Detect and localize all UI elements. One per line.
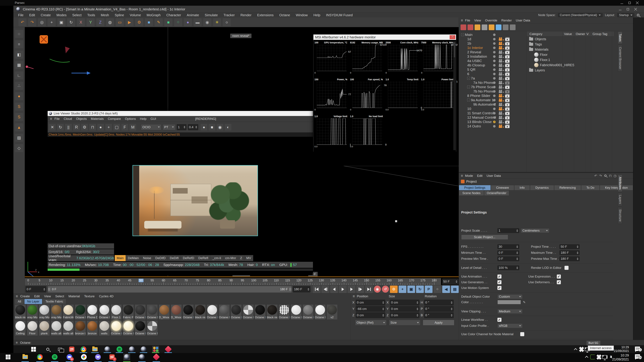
scale-icon[interactable]: ▣ [57,18,66,26]
z-axis-icon[interactable]: Z [96,18,104,26]
take-state-dot[interactable] [493,46,496,49]
material-menu-select[interactable]: Select [55,295,64,298]
take-row[interactable]: 12 Manual Control [459,115,526,120]
film-toggle-button[interactable]: ▤ [451,286,459,293]
take-clapboard-icon[interactable] [505,50,510,54]
cinema4d-icon[interactable] [128,346,135,353]
expand-icon[interactable]: – [467,99,470,101]
new-take-icon[interactable] [460,24,466,30]
kernel-settings-icon[interactable]: ⚙ [81,124,88,131]
frame-number[interactable]: 95 [241,279,244,282]
menu-mograph[interactable]: MoGraph [146,13,160,17]
coord-input[interactable]: -66 cm [356,306,385,312]
category-row[interactable]: Tags [527,42,614,47]
layer-tab-textile-fabric[interactable]: Textile Fabric [43,299,66,304]
field-spinner[interactable]: 30 [498,244,519,249]
material-item[interactable]: vray Mo [27,304,38,320]
frame-number[interactable]: 5 [38,279,40,282]
plane-preview-icon[interactable]: ■ [209,124,215,131]
material-menu-burger-icon[interactable]: ≡ [16,294,18,299]
take-state-dot[interactable] [493,112,496,114]
category-row[interactable]: Materials [527,47,614,52]
spotify-icon[interactable] [116,346,123,353]
menu-create[interactable]: Create [41,13,51,17]
take-row[interactable]: 1c Interior [459,45,526,50]
material-item[interactable]: Octane N [291,304,302,320]
take-camera-icon[interactable] [499,46,504,49]
msi-close-button[interactable] [450,35,455,39]
node-space-select[interactable]: Current (Standard/Physical) [558,13,602,17]
coord-input[interactable]: 0 cm [390,300,420,305]
take-clapboard-icon[interactable] [505,72,510,76]
frame-number[interactable]: 115 [285,279,290,282]
field-spinner[interactable]: 50 F [560,244,580,249]
goto-start-button[interactable] [313,286,320,293]
menu-animate[interactable]: Animate [187,13,199,17]
material-item[interactable]: D_Wood [159,304,170,320]
take-row[interactable]: 5 QR [459,67,526,72]
render-pass-tab[interactable]: Noise [141,255,154,261]
material-item[interactable]: Octane N [243,304,254,320]
expand-icon[interactable]: – [461,33,464,36]
render-animation-icon[interactable]: ▶ [126,18,134,26]
red-cube-app-icon[interactable] [153,354,160,360]
menu-simulate[interactable]: Simulate [205,13,218,17]
take-row[interactable]: 7a No Phone [459,80,526,85]
category-column-header[interactable]: Owner [576,32,585,36]
coord-input[interactable]: 0 cm [390,312,420,318]
take-clapboard-icon[interactable] [505,111,510,115]
frame-number[interactable]: 100 [251,279,256,282]
render-canvas[interactable] [48,137,313,243]
coord-input[interactable]: 0 ° [424,300,454,305]
frame-number[interactable]: 175 [420,279,426,282]
take-row[interactable]: –7b Phone Scan [459,85,526,89]
material-item[interactable]: v2 [326,304,338,320]
take-state-dot[interactable] [493,51,496,53]
auto-take-icon[interactable] [474,24,480,30]
take-state-dot[interactable] [493,99,496,101]
sound-toggle-button[interactable]: ◀ [442,286,450,293]
google-app-icon[interactable] [80,354,87,360]
material-item[interactable]: Octane N [278,304,290,320]
interface-search-icon[interactable] [637,14,639,16]
frame-number[interactable]: 60 [162,279,165,282]
menu-window[interactable]: Window [296,13,308,17]
take-camera-icon[interactable] [499,68,504,71]
material-item[interactable]: Ceiling [15,321,26,336]
gamma-spinner[interactable]: 0.4 [188,124,198,130]
field-spinner[interactable]: 180 F [560,250,580,255]
field-checkbox[interactable]: ✓ [557,275,561,279]
menu-render[interactable]: Render [240,13,252,17]
frame-number[interactable]: 120 [296,279,301,282]
take-state-dot[interactable] [493,86,496,88]
side-tab-layers[interactable]: Layers [618,193,622,206]
take-state-dot[interactable] [493,60,496,62]
material-item[interactable]: Octane N [206,304,218,320]
notification-center-icon[interactable]: 26 [635,354,640,359]
menu-burger-icon[interactable]: ≡ [50,117,52,121]
take-menu-view[interactable]: View [474,18,481,22]
category-column-header[interactable]: Value [564,32,572,36]
take-row[interactable]: 4b Closeup [459,63,526,67]
frame-number[interactable]: 70 [184,279,188,282]
take-menu-render[interactable]: Render [501,18,512,22]
material-item[interactable]: vray Mo [51,304,62,320]
samples-spinner[interactable]: 1 [177,124,186,130]
material-item[interactable]: Octane N [147,321,158,336]
take-clapboard-icon[interactable] [505,98,510,102]
material-item[interactable]: Phone D [87,304,98,320]
take-menu-user-data[interactable]: User Data [516,18,530,22]
cinema4d-icon[interactable] [140,346,147,353]
grid-icon[interactable]: ⌗ [15,40,23,48]
material-item[interactable]: plank [39,321,50,336]
frame-number[interactable]: 180 [432,279,437,282]
field-checkbox[interactable]: ✓ [498,280,502,284]
frame-number[interactable]: 80 [207,279,210,282]
take-clapboard-icon[interactable] [505,107,510,111]
material-item[interactable]: Octane N [302,304,314,320]
subdivision-surface-icon[interactable]: ■ [164,18,172,26]
take-state-dot[interactable] [493,68,496,71]
add-render-target-icon[interactable]: + [105,124,112,131]
tweak-icon[interactable]: ◌ [15,30,23,38]
camera-take-icon[interactable] [482,24,487,30]
